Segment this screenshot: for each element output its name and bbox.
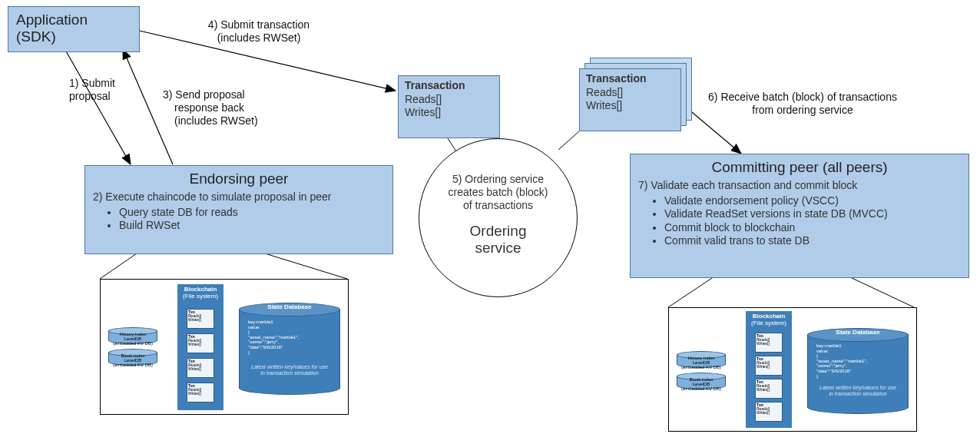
txn-reads: Reads[] [405, 93, 493, 107]
step6-label: 6) Receive batch (block) of transactions… [691, 91, 914, 117]
state-db-cyl-r: State Database key:marble1 value: { "ass… [807, 328, 909, 414]
diagram-canvas: Application (SDK) 1) Submit proposal 3) … [0, 0, 980, 434]
app-title-l2: (SDK) [16, 28, 131, 45]
application-sdk-box: Application (SDK) [8, 6, 140, 52]
step1-label: 1) Submit proposal [69, 77, 131, 103]
block-index-cyl: Block IndexLevelDB(embedded KV DB) [108, 349, 157, 366]
block-index-cyl-r: Block IndexLevelDB(embedded KV DB) [677, 373, 726, 389]
bc-txn-4: TxnReads[]Writes[] [187, 383, 214, 403]
sj3r: "owner":"jerry", [816, 363, 847, 368]
tw3r: Writes[] [757, 387, 770, 392]
sdb-title-r: State Database [807, 330, 909, 336]
step1-l1: 1) Submit [69, 77, 115, 89]
tw4: Writes[] [188, 391, 201, 396]
sdb-title: State Database [239, 304, 340, 311]
committing-inset-frame: History IndexLevelDB(embedded KV DB) Blo… [668, 307, 917, 432]
txns-writes: Writes[] [586, 99, 674, 113]
commit-bullets: Validate endorsement policy (VSCC) Valid… [638, 194, 961, 248]
endorse-b1: Query state DB for reads [119, 206, 385, 220]
commit-b4: Commit valid trans to state DB [664, 234, 961, 248]
bc-t1r: Blockchain [747, 313, 790, 320]
step5-l1: 5) Ordering service [452, 173, 544, 185]
tw3: Writes[] [188, 366, 201, 371]
step3-l3: (includes RWSet) [174, 114, 258, 127]
hi3: (embedded KV DB) [113, 341, 153, 346]
state-db-cyl: State Database key:marble1 value: { "ass… [239, 303, 340, 395]
bc-txn-2: TxnReads[]Writes[] [187, 333, 214, 353]
sj4r: "date":"9/6/2016" [816, 369, 851, 373]
sj3: "owner":"jerry", [248, 340, 279, 344]
tw1r: Writes[] [757, 341, 770, 346]
step4-l1: 4) Submit transaction [208, 18, 310, 31]
step3-l1: 3) Send proposal [163, 88, 245, 101]
sj2r: "asset_name":"marble1", [816, 359, 867, 363]
sj1r: { [816, 353, 818, 358]
sj4: "date":"9/6/2016" [248, 345, 283, 350]
step4-label: 4) Submit transaction (includes RWSet) [194, 18, 324, 45]
svr: value: [816, 349, 829, 353]
endorsing-bullets: Query state DB for reads Build RWSet [93, 206, 385, 233]
sn1r: Latest written key/values for use [819, 385, 896, 390]
svg-line-9 [849, 277, 914, 307]
commit-step7: 7) Validate each transaction and commit … [638, 179, 961, 193]
commit-b3: Commit block to blockchain [664, 221, 961, 235]
step6-l2: from ordering service [752, 104, 853, 116]
tw4r: Writes[] [757, 410, 770, 415]
skr: key:marble1 [816, 343, 842, 348]
sn2r: in transaction simulation [829, 391, 886, 396]
endorsing-inset-frame: History IndexLevelDB(embedded KV DB) Blo… [100, 279, 349, 415]
bc-txn-2r: TxnReads[]Writes[] [755, 356, 783, 376]
step6-l1: 6) Receive batch (block) of transactions [708, 91, 897, 103]
step5-l2: creates batch (block) [449, 186, 548, 198]
bc-t2: (File system) [179, 293, 222, 300]
history-index-cyl-r: History IndexLevelDB(embedded KV DB) [677, 351, 726, 368]
bc-t2r: (File system) [747, 320, 790, 326]
ordering-service-circle: 5) Ordering service creates batch (block… [419, 138, 578, 297]
svg-line-4 [448, 138, 456, 151]
step3-l2: response back [174, 101, 244, 114]
txns-reads: Reads[] [586, 86, 674, 100]
step3-label: 3) Send proposal response back (includes… [163, 88, 270, 127]
txn-writes: Writes[] [405, 106, 493, 120]
tw2r: Writes[] [757, 364, 770, 369]
tw1: Writes[] [188, 317, 201, 322]
endorsing-step2: 2) Execute chaincode to simulate proposa… [93, 190, 385, 204]
svg-line-7 [265, 253, 347, 279]
sk: key:marble1 [248, 320, 273, 324]
transaction-box: Transaction Reads[] Writes[] [398, 75, 500, 138]
hi3r: (embedded KV DB) [681, 365, 721, 369]
sv: value: [248, 325, 260, 330]
history-index-cyl: History IndexLevelDB(embedded KV DB) [108, 327, 157, 344]
bc-t1: Blockchain [179, 286, 222, 293]
endorse-b2: Build RWSet [119, 219, 385, 233]
step4-l2: (includes RWSet) [217, 31, 301, 44]
step5-l3: of transactions [463, 199, 533, 211]
commit-b1: Validate endorsement policy (VSCC) [664, 194, 961, 208]
bc-txn-3r: TxnReads[]Writes[] [755, 379, 783, 399]
commit-b2: Validate ReadSet versions in state DB (M… [664, 207, 961, 221]
endorsing-title: Endorsing peer [93, 171, 385, 187]
committing-title: Committing peer (all peers) [638, 159, 961, 176]
step1-l2: proposal [69, 90, 111, 102]
sj2: "asset_name":"marble1", [248, 335, 299, 340]
bc-txn-3: TxnReads[]Writes[] [187, 358, 214, 378]
sj5r: } [816, 374, 818, 379]
sn2: in transaction simulation [260, 370, 318, 376]
txn-hdr: Transaction [405, 79, 493, 93]
sj1: { [248, 330, 250, 334]
sj5: } [248, 350, 250, 355]
bi3: (embedded KV DB) [113, 363, 153, 367]
svg-line-8 [668, 277, 714, 307]
endorsing-peer-box: Endorsing peer 2) Execute chaincode to s… [84, 165, 393, 254]
bc-txn-1r: TxnReads[]Writes[] [755, 333, 783, 353]
committing-peer-box: Committing peer (all peers) 7) Validate … [630, 154, 969, 278]
svg-line-6 [100, 253, 137, 279]
app-title-l1: Application [16, 12, 131, 28]
transaction-stack-1: Transaction Reads[] Writes[] [579, 68, 681, 131]
bc-txn-4r: TxnReads[]Writes[] [755, 402, 783, 422]
txns-hdr: Transaction [586, 72, 674, 86]
ordering-l2: service [475, 240, 521, 256]
sn1: Latest written key/values for use [251, 364, 328, 369]
tw2: Writes[] [188, 342, 201, 346]
svg-line-0 [65, 50, 131, 164]
